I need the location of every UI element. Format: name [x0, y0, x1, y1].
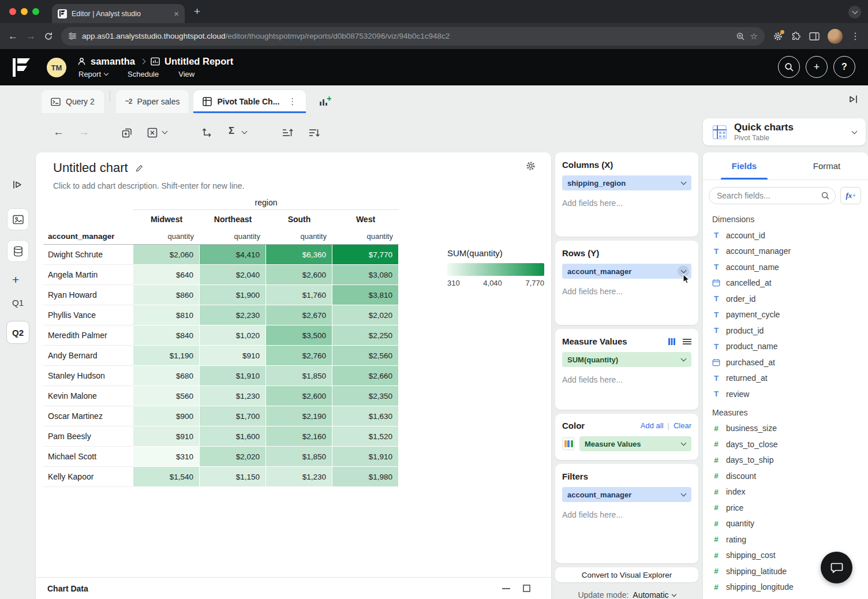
field-item[interactable]: #days_to_ship	[703, 452, 868, 469]
heatmap-cell[interactable]: $2,020	[200, 447, 266, 467]
chevron-down-icon[interactable]	[242, 129, 248, 134]
field-item[interactable]: #index	[703, 484, 868, 500]
side-panel-icon[interactable]	[809, 32, 820, 41]
chevron-down-icon[interactable]	[678, 177, 689, 189]
back-button[interactable]: ←	[53, 126, 64, 138]
back-icon[interactable]: ←	[8, 31, 18, 41]
heatmap-cell[interactable]: $1,980	[332, 467, 399, 487]
help-chat-button[interactable]	[821, 552, 852, 583]
heatmap-cell[interactable]: $910	[133, 426, 200, 447]
chevron-down-icon[interactable]	[852, 128, 858, 134]
heatmap-cell[interactable]: $2,760	[266, 346, 332, 366]
heatmap-cell[interactable]: $3,080	[332, 265, 399, 285]
column-header[interactable]: South	[266, 210, 332, 229]
add-formula-button[interactable]: fx+	[840, 187, 861, 204]
row-label[interactable]: Stanley Hudson	[43, 366, 133, 386]
heatmap-cell[interactable]: $1,540	[133, 467, 200, 487]
column-header[interactable]: West	[332, 210, 399, 229]
expand-icon[interactable]	[523, 585, 530, 592]
field-item[interactable]: #quantity	[703, 516, 868, 532]
tab-options-icon[interactable]: ⋮	[288, 96, 297, 107]
field-pill-shipping-region[interactable]: shipping_region	[562, 175, 691, 190]
sort-ascending-button[interactable]	[282, 127, 293, 138]
reload-icon[interactable]	[44, 32, 53, 41]
columns-layout-icon[interactable]	[668, 338, 676, 346]
tab-fields[interactable]: Fields	[703, 152, 785, 179]
heatmap-cell[interactable]: $1,850	[266, 447, 332, 467]
query-2-link[interactable]: Q2	[6, 321, 29, 344]
data-sources-button[interactable]	[7, 240, 29, 262]
heatmap-cell[interactable]: $1,900	[200, 285, 266, 305]
collapse-panel-icon[interactable]	[12, 179, 23, 190]
field-item[interactable]: Tproduct_name	[703, 339, 868, 355]
new-tab-button[interactable]: +	[194, 5, 200, 18]
app-logo[interactable]	[12, 57, 31, 78]
duplicate-chart-button[interactable]	[121, 127, 133, 138]
chart-data-bar[interactable]: Chart Data	[36, 577, 551, 599]
field-item[interactable]: #business_size	[703, 421, 868, 437]
forward-button[interactable]: →	[78, 126, 89, 138]
color-palette-icon[interactable]	[562, 437, 575, 450]
heatmap-cell[interactable]: $2,350	[332, 386, 399, 406]
heatmap-cell[interactable]: $7,770	[332, 245, 399, 265]
heatmap-cell[interactable]: $910	[200, 346, 266, 366]
heatmap-cell[interactable]: $6,360	[266, 245, 332, 265]
heatmap-cell[interactable]: $1,230	[266, 467, 332, 487]
measure-header[interactable]: quantity	[266, 229, 332, 245]
row-label[interactable]: Pam Beesly	[43, 426, 133, 447]
heatmap-cell[interactable]: $3,810	[332, 285, 399, 305]
heatmap-cell[interactable]: $840	[133, 325, 200, 346]
add-fields-dropzone[interactable]: Add fields here...	[562, 510, 691, 519]
browser-tab[interactable]: Editor | Analyst studio ×	[52, 4, 185, 23]
help-button[interactable]: ?	[833, 56, 855, 78]
zoom-icon[interactable]	[736, 32, 745, 41]
heatmap-cell[interactable]: $2,060	[133, 245, 200, 265]
field-pill-account-manager[interactable]: account_manager	[562, 264, 691, 279]
notebook-panel-button[interactable]	[7, 208, 29, 230]
minimize-icon[interactable]	[502, 587, 510, 590]
field-item[interactable]: #discount	[703, 468, 868, 484]
tab-paper-sales[interactable]: ~2 Paper sales	[116, 90, 189, 113]
chart-title[interactable]: Untitled chart	[53, 160, 128, 175]
heatmap-cell[interactable]: $810	[133, 305, 200, 325]
search-fields-input[interactable]	[709, 187, 836, 204]
field-item[interactable]: Taccount_name	[703, 259, 868, 275]
row-label[interactable]: Andy Bernard	[43, 346, 133, 366]
measure-header[interactable]: quantity	[200, 229, 266, 245]
schedule-menu[interactable]: Schedule	[128, 70, 159, 78]
heatmap-cell[interactable]: $1,700	[200, 406, 266, 426]
heatmap-cell[interactable]: $2,020	[332, 305, 399, 325]
clear-link[interactable]: Clear	[674, 421, 691, 430]
workspace-avatar[interactable]: TM	[47, 58, 66, 77]
add-all-link[interactable]: Add all	[641, 421, 664, 430]
row-dimension-header[interactable]: account_manager	[43, 229, 133, 245]
chevron-down-icon[interactable]	[162, 129, 168, 134]
report-menu[interactable]: Report	[78, 70, 108, 78]
measure-header[interactable]: quantity	[332, 229, 399, 245]
site-settings-icon[interactable]	[68, 32, 77, 40]
bookmark-star-icon[interactable]: ☆	[750, 32, 758, 40]
heatmap-cell[interactable]: $2,560	[332, 346, 399, 366]
heatmap-cell[interactable]: $560	[133, 386, 200, 406]
heatmap-cell[interactable]: $2,670	[266, 305, 332, 325]
tab-query-2[interactable]: Query 2	[42, 90, 104, 113]
query-1-link[interactable]: Q1	[0, 298, 36, 308]
heatmap-cell[interactable]: $3,500	[266, 325, 332, 346]
heatmap-cell[interactable]: $310	[133, 447, 200, 467]
heatmap-cell[interactable]: $4,410	[200, 245, 266, 265]
add-fields-dropzone[interactable]: Add fields here...	[562, 375, 691, 384]
row-label[interactable]: Kevin Malone	[43, 386, 133, 406]
field-item[interactable]: #rating	[703, 531, 868, 548]
convert-to-visual-explorer-button[interactable]: Convert to Visual Explorer	[555, 567, 698, 582]
row-label[interactable]: Phyllis Vance	[43, 305, 133, 325]
add-button[interactable]: +	[806, 56, 828, 78]
heatmap-cell[interactable]: $900	[133, 406, 200, 426]
close-window-button[interactable]	[9, 8, 16, 15]
add-visualization-tab[interactable]	[310, 90, 339, 113]
chart-settings-icon[interactable]	[525, 160, 536, 171]
heatmap-cell[interactable]: $1,760	[266, 285, 332, 305]
update-mode-select[interactable]: Automatic	[633, 590, 675, 599]
field-item[interactable]: Taccount_manager	[703, 244, 868, 260]
address-bar[interactable]: app.as01.analyststudio.thoughtspot.cloud…	[61, 27, 765, 46]
heatmap-cell[interactable]: $860	[133, 285, 200, 305]
